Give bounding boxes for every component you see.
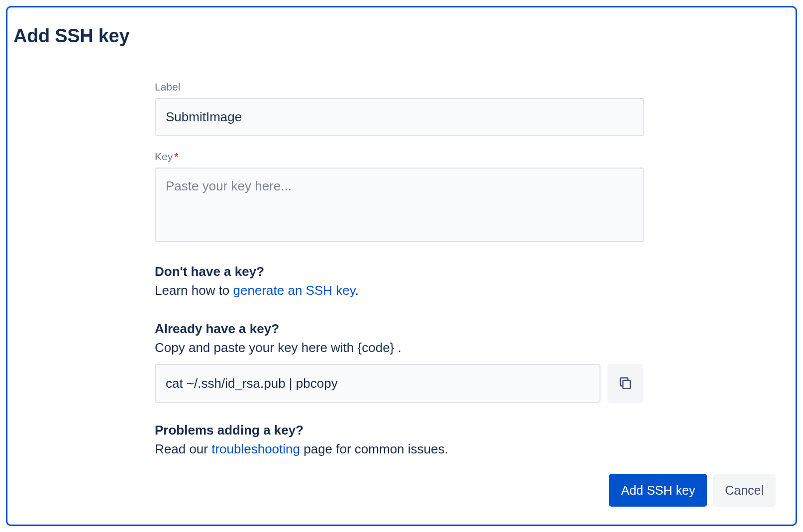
no-key-text: Learn how to generate an SSH key. (155, 281, 644, 300)
label-field-label: Label (155, 81, 644, 93)
svg-rect-0 (623, 380, 630, 388)
form-area: Label Key* Don't have a key? Learn how t… (155, 81, 644, 459)
copy-button[interactable] (607, 364, 643, 403)
troubleshooting-link[interactable]: troubleshooting (211, 442, 300, 456)
copy-icon (618, 375, 633, 392)
code-command-box: cat ~/.ssh/id_rsa.pub | pbcopy (155, 364, 601, 403)
no-key-text-before: Learn how to (155, 283, 233, 298)
add-ssh-key-button[interactable]: Add SSH key (609, 474, 707, 507)
problems-heading: Problems adding a key? (155, 423, 644, 438)
key-field-label: Key* (155, 151, 644, 163)
key-field-label-text: Key (155, 151, 173, 162)
generate-ssh-key-link[interactable]: generate an SSH key (233, 283, 355, 298)
problems-text-before: Read our (155, 442, 211, 456)
problems-text: Read our troubleshooting page for common… (155, 440, 644, 459)
cancel-button[interactable]: Cancel (713, 474, 776, 507)
add-ssh-key-dialog: Add SSH key Label Key* Don't have a key?… (6, 6, 797, 526)
dialog-footer: Add SSH key Cancel (609, 474, 776, 507)
no-key-heading: Don't have a key? (155, 264, 644, 279)
have-key-text: Copy and paste your key here with {code}… (155, 339, 644, 357)
label-input[interactable] (155, 98, 644, 136)
have-key-heading: Already have a key? (155, 321, 644, 337)
problems-text-after: page for common issues. (300, 442, 448, 456)
no-key-text-after: . (355, 283, 359, 298)
code-command-text: cat ~/.ssh/id_rsa.pub | pbcopy (166, 376, 338, 391)
required-asterisk: * (174, 151, 178, 162)
dialog-title: Add SSH key (13, 25, 129, 47)
key-textarea[interactable] (155, 168, 644, 242)
